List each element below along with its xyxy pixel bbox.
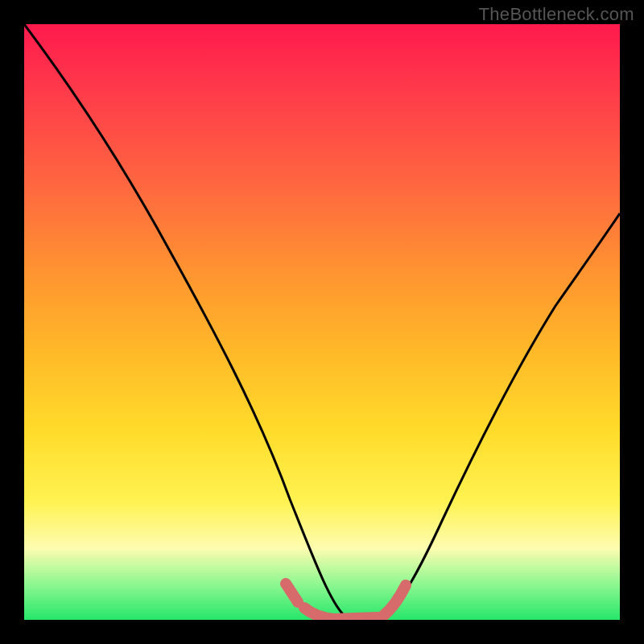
fit-dot [287,588,295,597]
plot-area [24,24,620,620]
chart-frame: TheBottleneck.com [0,0,644,644]
chart-svg [24,24,620,620]
watermark-text: TheBottleneck.com [479,4,634,25]
fit-dot [398,585,407,593]
bottleneck-curve [24,24,620,619]
fit-overlay [286,584,406,619]
